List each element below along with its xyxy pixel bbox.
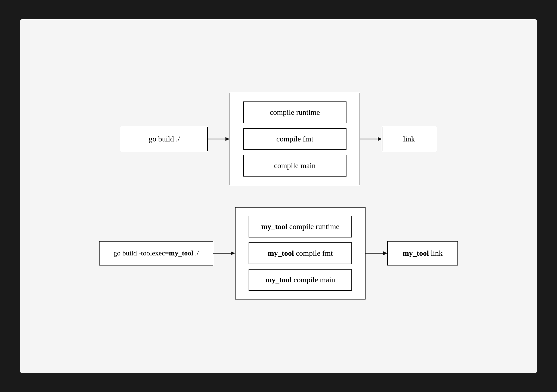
- top-group-container: compile runtime compile fmt compile main: [230, 93, 360, 185]
- top-arrow-1: [208, 135, 230, 143]
- bottom-group-container: my_tool compile runtime my_tool compile …: [235, 207, 366, 300]
- bottom-item-1-label: my_tool compile runtime: [261, 222, 339, 231]
- svg-marker-5: [231, 251, 235, 255]
- bottom-group-item-2: my_tool compile fmt: [249, 242, 352, 264]
- top-item-3-label: compile main: [274, 161, 315, 170]
- top-input-label: go build ./: [149, 135, 180, 143]
- top-output-label: link: [403, 135, 415, 143]
- top-arrow-2: [360, 135, 382, 143]
- bottom-arrow-1: [213, 249, 235, 257]
- bottom-item-3-label: my_tool compile main: [265, 276, 335, 284]
- bottom-item-3-bold: my_tool: [265, 276, 292, 284]
- bottom-input-box: go build -toolexec=my_tool ./: [99, 241, 213, 266]
- top-output-box: link: [382, 127, 436, 151]
- bottom-output-box: my_tool link: [387, 241, 458, 266]
- bottom-arrow-2: [366, 249, 387, 257]
- svg-marker-1: [225, 137, 230, 141]
- bottom-output-bold: my_tool: [403, 249, 429, 257]
- top-group-item-2: compile fmt: [243, 128, 346, 150]
- svg-marker-7: [383, 251, 387, 255]
- top-group-item-3: compile main: [243, 155, 346, 177]
- bottom-item-2-bold: my_tool: [268, 249, 294, 257]
- bottom-item-2-label: my_tool compile fmt: [268, 249, 333, 258]
- bottom-input-label: go build -toolexec=my_tool ./: [113, 249, 199, 257]
- bottom-input-bold: my_tool: [169, 249, 193, 257]
- bottom-item-1-bold: my_tool: [261, 222, 287, 231]
- top-diagram-row: go build ./ compile runtime compile fmt …: [36, 93, 521, 185]
- top-group-item-1: compile runtime: [243, 101, 346, 123]
- top-input-box: go build ./: [121, 127, 208, 151]
- top-item-2-label: compile fmt: [276, 135, 313, 143]
- svg-marker-3: [378, 137, 382, 141]
- top-item-1-label: compile runtime: [270, 108, 320, 117]
- bottom-output-label: my_tool link: [403, 249, 443, 258]
- bottom-group-item-3: my_tool compile main: [249, 269, 352, 291]
- bottom-group-item-1: my_tool compile runtime: [249, 216, 352, 237]
- main-canvas: go build ./ compile runtime compile fmt …: [20, 19, 537, 373]
- bottom-diagram-row: go build -toolexec=my_tool ./ my_tool co…: [36, 207, 521, 300]
